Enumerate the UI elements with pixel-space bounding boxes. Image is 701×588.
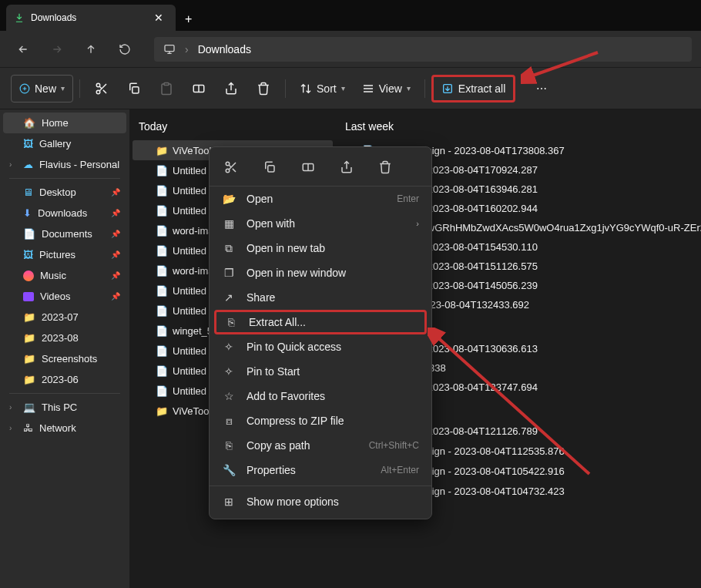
context-menu: 📂OpenEnter ▦Open with› ⧉Open in new tab … [209,146,432,519]
pc-icon: 💻 [23,402,35,413]
refresh-button[interactable] [111,35,139,63]
network-icon: 🖧 [23,422,33,434]
delete-button[interactable] [373,155,397,180]
rename-button[interactable] [183,75,214,102]
shortcut-label: Ctrl+Shift+C [369,440,419,451]
sidebar-item-music[interactable]: Music📌 [3,265,126,286]
tab-downloads[interactable]: Downloads ✕ [6,5,176,31]
sidebar-label: Gallery [39,138,71,150]
sidebar-label: 2023-07 [42,311,79,323]
share-button[interactable] [216,75,247,102]
sidebar-item-gallery[interactable]: 🖼Gallery [3,133,126,154]
documents-icon: 📄 [23,228,35,240]
svg-point-8 [226,162,230,166]
copy-button[interactable] [119,75,149,102]
sidebar-item-folder[interactable]: 📁2023-06 [3,369,126,390]
ctx-label: Open [247,193,273,205]
group-header-today[interactable]: Today [129,117,336,140]
paste-button[interactable] [151,75,182,102]
up-button[interactable] [77,35,105,63]
sidebar-item-pictures[interactable]: 🖼Pictures📌 [3,244,126,265]
ctx-pin-quick[interactable]: ✧Pin to Quick access [210,334,431,359]
divider [210,486,431,486]
view-label: View [379,82,402,95]
ctx-open-new-tab[interactable]: ⧉Open in new tab [210,236,431,260]
ctx-pin-start[interactable]: ✧Pin to Start [210,359,431,384]
ctx-label: Extract All... [249,316,306,328]
sidebar-item-network[interactable]: ›🖧Network [3,418,126,438]
star-icon: ☆ [222,389,236,403]
forward-button[interactable] [43,35,71,63]
file-icon: 📄 [156,304,168,317]
sidebar-item-documents[interactable]: 📄Documents📌 [3,223,126,244]
ctx-properties[interactable]: 🔧PropertiesAlt+Enter [210,458,431,482]
sidebar-item-this-pc[interactable]: ›💻This PC [3,397,126,418]
file-icon: 📄 [156,344,168,357]
pc-icon [163,43,176,55]
file-icon: 📄 [156,164,168,176]
ctx-show-more[interactable]: ⊞Show more options [210,489,431,514]
tab-icon: ⧉ [222,241,236,255]
rename-button[interactable] [296,155,320,180]
sidebar-item-desktop[interactable]: 🖥Desktop📌 [3,182,126,203]
ctx-share[interactable]: ↗Share [210,285,431,310]
ctx-open[interactable]: 📂OpenEnter [210,186,431,211]
sidebar-item-folder[interactable]: 📁2023-07 [3,307,126,328]
desktop-icon: 🖥 [23,186,33,198]
ctx-label: Properties [247,464,296,476]
ctx-open-new-window[interactable]: ❐Open in new window [210,260,431,285]
sidebar-item-videos[interactable]: Videos📌 [3,286,126,307]
file-icon: 📄 [156,184,168,197]
shortcut-label: Enter [397,193,419,204]
back-button[interactable] [9,35,37,63]
pin-icon: 📌 [111,292,120,301]
chevron-right-icon[interactable]: › [9,424,17,432]
ctx-label: Compress to ZIP file [247,415,344,427]
ctx-add-favorites[interactable]: ☆Add to Favorites [210,384,431,408]
ctx-extract-all[interactable]: ⎘Extract All... [214,310,427,334]
file-icon: 📄 [156,264,168,277]
new-button[interactable]: New ▾ [11,75,73,102]
sidebar-item-home[interactable]: 🏠Home [3,113,126,133]
sidebar-item-folder[interactable]: 📁2023-08 [3,328,126,348]
new-tab-button[interactable]: + [176,8,201,31]
group-header-lastweek[interactable]: Last week [336,117,701,140]
chevron-right-icon[interactable]: › [9,160,17,169]
path-icon: ⎘ [222,438,236,452]
window-icon: ❐ [222,266,236,280]
sidebar-item-downloads[interactable]: ⬇Downloads📌 [3,203,126,223]
sidebar-item-personal[interactable]: ›☁Flavius - Personal [3,154,126,175]
divider [9,393,120,394]
svg-rect-4 [132,86,139,92]
ctx-open-with[interactable]: ▦Open with› [210,211,431,236]
cut-button[interactable] [219,155,243,180]
folder-icon: 📁 [23,353,35,365]
toolbar: New ▾ Sort ▾ View ▾ Extract all ⋯ [0,68,701,109]
share-button[interactable] [334,155,359,180]
chevron-down-icon: ▾ [407,84,411,92]
file-name: GPwGRhHMbZwdXAcs5W0wO4rua1Zxg1jvYG9cYWqf… [413,222,701,234]
file-name: word-ima [173,225,213,237]
ctx-compress[interactable]: ⧈Compress to ZIP file [210,408,431,433]
cut-button[interactable] [86,75,117,102]
ctx-label: Open with [247,217,295,230]
pin-icon: 📌 [111,271,120,280]
divider [9,178,120,179]
view-button[interactable]: View ▾ [354,75,418,102]
extract-all-button[interactable]: Extract all [431,75,515,102]
more-button[interactable]: ⋯ [526,75,557,102]
close-icon[interactable]: ✕ [149,10,168,25]
ctx-copy-path[interactable]: ⎘Copy as pathCtrl+Shift+C [210,433,431,458]
sidebar-item-folder[interactable]: 📁Screenshots [3,348,126,369]
chevron-right-icon[interactable]: › [9,403,17,412]
ctx-label: Share [247,291,275,304]
breadcrumb-location[interactable]: Downloads [198,43,251,55]
sort-button[interactable]: Sort ▾ [292,75,353,102]
address-input[interactable]: › Downloads [154,37,692,62]
delete-button[interactable] [248,75,279,102]
extract-icon: ⎘ [224,315,238,329]
new-label: New [35,82,56,95]
ctx-label: Open in new window [247,267,346,279]
pin-icon: 📌 [111,230,120,238]
copy-button[interactable] [257,155,282,180]
